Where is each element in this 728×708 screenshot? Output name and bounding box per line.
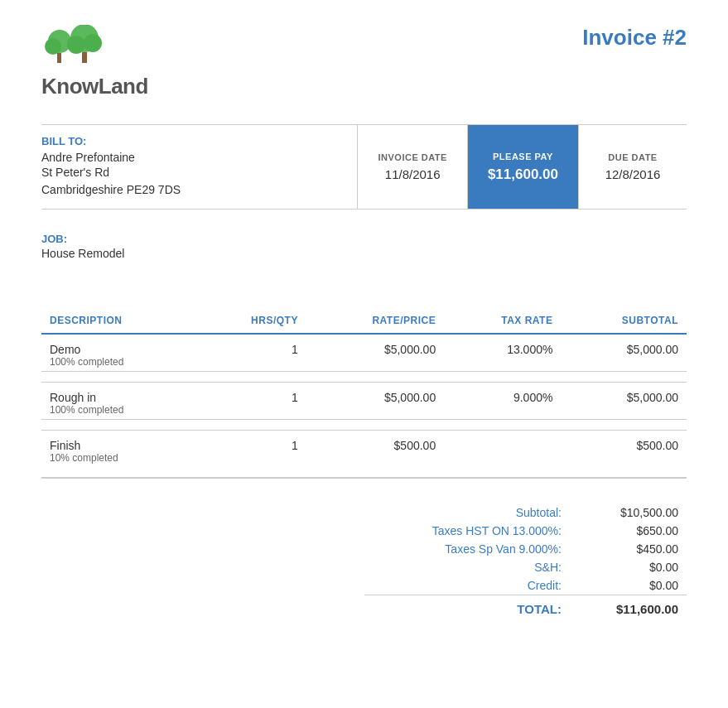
job-label: JOB:: [41, 233, 687, 245]
svg-point-5: [84, 34, 102, 52]
tax1-value: $650.00: [570, 522, 687, 540]
please-pay-cell: PLEASE PAY $11,600.00: [468, 125, 579, 209]
bill-to-label: BILL TO:: [41, 135, 357, 147]
total-label: TOTAL:: [364, 595, 570, 619]
tax1-row: Taxes HST ON 13.000%: $650.00: [364, 522, 687, 540]
col-description: DESCRIPTION: [41, 308, 197, 334]
svg-rect-6: [82, 52, 87, 63]
invoice-date-value: 11/8/2016: [385, 167, 441, 181]
please-pay-label: PLEASE PAY: [493, 152, 553, 161]
please-pay-value: $11,600.00: [488, 166, 558, 183]
credit-value: $0.00: [570, 576, 687, 595]
total-value: $11,600.00: [570, 595, 687, 619]
subtotal-row: Subtotal: $10,500.00: [364, 503, 687, 522]
invoice-date-cell: INVOICE DATE 11/8/2016: [358, 125, 467, 209]
col-subtotal: SUBTOTAL: [561, 308, 687, 334]
logo-text: KnowLand: [41, 74, 148, 99]
due-date-value: 12/8/2016: [605, 167, 661, 181]
sh-value: $0.00: [570, 558, 687, 576]
totals-table: Subtotal: $10,500.00 Taxes HST ON 13.000…: [364, 503, 687, 619]
col-rate-price: RATE/PRICE: [306, 308, 444, 334]
page-header: KnowLand Invoice #2: [41, 25, 687, 99]
table-header-row: DESCRIPTION HRS/QTY RATE/PRICE TAX RATE …: [41, 308, 687, 334]
job-section: JOB: House Remodel: [41, 226, 687, 267]
invoice-date-label: INVOICE DATE: [378, 152, 446, 162]
bill-to: BILL TO: Andre Prefontaine St Peter's Rd…: [41, 125, 357, 209]
table-row: Demo 100% completed 1 $5,000.00 13.000% …: [41, 334, 687, 372]
svg-rect-2: [57, 53, 61, 63]
sh-row: S&H: $0.00: [364, 558, 687, 576]
svg-point-4: [67, 36, 85, 54]
tax2-row: Taxes Sp Van 9.000%: $450.00: [364, 540, 687, 558]
bill-section: BILL TO: Andre Prefontaine St Peter's Rd…: [41, 124, 687, 210]
credit-row: Credit: $0.00: [364, 576, 687, 595]
bill-to-name: Andre Prefontaine: [41, 151, 357, 164]
table-row: Rough in 100% completed 1 $5,000.00 9.00…: [41, 383, 687, 420]
tax2-label: Taxes Sp Van 9.000%:: [364, 540, 570, 558]
invoice-table: DESCRIPTION HRS/QTY RATE/PRICE TAX RATE …: [41, 308, 687, 479]
col-tax-rate: TAX RATE: [444, 308, 561, 334]
tax1-label: Taxes HST ON 13.000%:: [364, 522, 570, 540]
total-row: TOTAL: $11,600.00: [364, 595, 687, 619]
col-hrs-qty: HRS/QTY: [197, 308, 306, 334]
sh-label: S&H:: [364, 558, 570, 576]
job-value: House Remodel: [41, 247, 687, 260]
totals-section: Subtotal: $10,500.00 Taxes HST ON 13.000…: [41, 495, 687, 619]
table-row: Finish 10% completed 1 $500.00 $500.00: [41, 431, 687, 468]
invoice-title: Invoice #2: [582, 25, 687, 51]
due-date-label: DUE DATE: [608, 152, 657, 162]
logo-icon: [41, 25, 108, 70]
subtotal-label: Subtotal:: [364, 503, 570, 522]
logo-area: KnowLand: [41, 25, 148, 99]
credit-label: Credit:: [364, 576, 570, 595]
svg-point-1: [45, 38, 61, 55]
bill-to-address-line1: St Peter's Rd: [41, 164, 357, 181]
due-date-cell: DUE DATE 12/8/2016: [579, 125, 687, 209]
invoice-meta: INVOICE DATE 11/8/2016 PLEASE PAY $11,60…: [357, 125, 687, 209]
subtotal-value: $10,500.00: [570, 503, 687, 522]
tax2-value: $450.00: [570, 540, 687, 558]
bill-to-address-line2: Cambridgeshire PE29 7DS: [41, 181, 357, 199]
